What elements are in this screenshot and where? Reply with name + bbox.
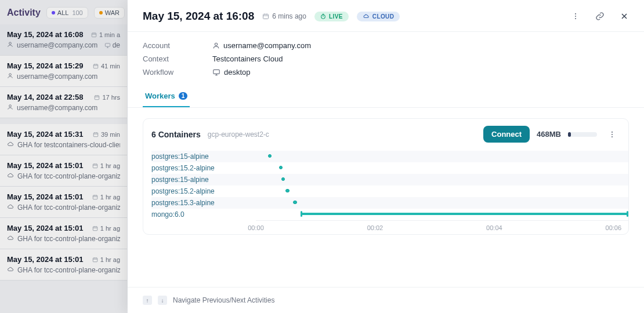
- activity-date: May 15, 2024 at 15:01: [7, 161, 84, 170]
- memory-bar: [568, 132, 597, 137]
- footer-hint: Navigate Previous/Next Activities: [173, 296, 274, 304]
- axis-tick: 00:04: [486, 224, 502, 231]
- containers-title: 6 Containers: [151, 130, 201, 139]
- activity-date: May 15, 2024 at 15:01: [7, 255, 84, 264]
- container-name: postgres:15-alpine: [151, 176, 256, 184]
- svg-point-4: [9, 74, 12, 76]
- region-label: gcp-europe-west2-c: [208, 130, 269, 139]
- card-more-button[interactable]: [604, 126, 620, 143]
- axis-tick: 00:06: [606, 224, 622, 231]
- account-value: username@company.com: [223, 41, 311, 50]
- memory-value: 468MB: [537, 130, 561, 139]
- more-menu-button[interactable]: [567, 8, 584, 24]
- svg-rect-9: [93, 195, 97, 199]
- svg-rect-0: [92, 33, 96, 37]
- account-label: Account: [143, 41, 212, 50]
- desktop-icon: [212, 68, 220, 77]
- container-name: postgres:15.3-alpine: [151, 199, 256, 207]
- filter-warn-chip[interactable]: WAR: [94, 7, 125, 19]
- activity-list-item[interactable]: May 15, 2024 at 15:011 hr agGHA for tcc-…: [0, 249, 127, 281]
- activity-who: GHA for tcc-control-plane-organiza: [17, 266, 120, 274]
- svg-point-21: [612, 136, 613, 137]
- activity-who-icon: [7, 235, 14, 243]
- activity-list-item[interactable]: May 15, 2024 at 15:2941 minusername@comp…: [0, 56, 127, 87]
- filter-warn-dot: [99, 11, 103, 14]
- activity-who: GHA for tcc-control-plane-organiza: [17, 203, 120, 212]
- tab-workers-label: Workers: [145, 92, 175, 100]
- activity-list-item[interactable]: May 14, 2024 at 22:5817 hrsusername@comp…: [0, 87, 127, 118]
- copy-link-button[interactable]: [592, 8, 608, 24]
- activity-list-item[interactable]: May 15, 2024 at 15:011 hr agGHA for tcc-…: [0, 155, 127, 187]
- activity-list-item[interactable]: May 15, 2024 at 15:3139 minGHA for testc…: [0, 124, 127, 155]
- context-value: Testcontainers Cloud: [212, 54, 283, 63]
- filter-warn-label: WAR: [105, 9, 120, 16]
- container-row: postgres:15.3-alpine: [151, 197, 628, 209]
- detail-footer: ↑ ↓ Navigate Previous/Next Activities: [128, 287, 644, 313]
- activity-who-icon: [7, 72, 13, 81]
- svg-point-15: [575, 16, 576, 17]
- activity-sidebar: Activity ALL 100 WAR May 15, 2024 at 16:…: [0, 0, 128, 313]
- activity-who: GHA for tcc-control-plane-organiza: [17, 235, 120, 243]
- svg-rect-11: [93, 258, 97, 262]
- svg-rect-18: [214, 70, 220, 74]
- activity-who-icon: [7, 172, 14, 180]
- container-name: postgres:15.2-alpine: [151, 187, 256, 195]
- user-icon: [212, 42, 220, 49]
- activity-list-item[interactable]: May 15, 2024 at 16:081 min ausername@com…: [0, 24, 127, 56]
- svg-rect-12: [263, 14, 269, 19]
- container-bar-track: [256, 185, 628, 197]
- dots-vertical-icon: [571, 12, 580, 20]
- activity-who-icon: [7, 41, 13, 49]
- activity-ago: 1 hr ag: [92, 194, 120, 201]
- activity-date: May 15, 2024 at 16:08: [7, 30, 84, 39]
- activity-detail-panel: May 15, 2024 at 16:08 6 mins ago LIVE CL…: [128, 0, 644, 313]
- container-bar: [281, 177, 285, 181]
- container-bar: [285, 189, 289, 192]
- activity-list-item[interactable]: May 15, 2024 at 15:011 hr agGHA for tcc-…: [0, 187, 127, 218]
- container-bar-track: [256, 209, 628, 220]
- container-row: postgres:15.2-alpine: [151, 185, 628, 197]
- container-bar-track: [256, 174, 628, 185]
- filter-all-label: ALL: [57, 9, 69, 16]
- worker-card: 6 Containers gcp-europe-west2-c Connect …: [143, 118, 629, 235]
- tab-workers[interactable]: Workers 1: [143, 87, 190, 107]
- meta-section: Account username@company.com Context Tes…: [128, 32, 644, 83]
- activity-who: username@company.com: [17, 72, 97, 81]
- container-bar: [293, 201, 296, 204]
- activity-list: May 15, 2024 at 16:081 min ausername@com…: [0, 24, 127, 281]
- container-row: postgres:15-alpine: [151, 174, 628, 185]
- filter-all-chip[interactable]: ALL 100: [46, 7, 88, 19]
- connect-button[interactable]: Connect: [483, 126, 530, 143]
- svg-rect-8: [93, 164, 97, 168]
- activity-list-item[interactable]: May 15, 2024 at 15:011 hr agGHA for tcc-…: [0, 218, 127, 249]
- activity-date: May 14, 2024 at 22:58: [7, 93, 84, 101]
- container-row: postgres:15-alpine: [151, 151, 628, 162]
- tabs: Workers 1: [128, 83, 644, 108]
- activity-date: May 15, 2024 at 15:01: [7, 192, 84, 201]
- container-bar-track: [256, 197, 628, 209]
- detail-title: May 15, 2024 at 16:08: [143, 10, 254, 23]
- svg-point-16: [575, 18, 576, 19]
- detail-header: May 15, 2024 at 16:08 6 mins ago LIVE CL…: [128, 0, 644, 31]
- container-bar: [268, 154, 272, 158]
- context-label: Context: [143, 54, 212, 63]
- live-badge: LIVE: [314, 12, 349, 21]
- activity-ago: 1 min a: [91, 31, 120, 38]
- container-name: postgres:15.2-alpine: [151, 164, 256, 172]
- dots-vertical-icon: [608, 130, 616, 139]
- svg-point-14: [575, 13, 576, 14]
- timeline-axis: 00:0000:0200:0400:06: [256, 220, 628, 234]
- close-button[interactable]: [616, 8, 632, 24]
- close-icon: [620, 12, 629, 21]
- cloud-icon: [363, 13, 370, 19]
- activity-who-icon: [7, 203, 14, 212]
- svg-rect-5: [95, 96, 100, 100]
- activity-ago: 17 hrs: [94, 94, 120, 101]
- activity-title: Activity: [7, 8, 41, 18]
- activity-ago: 41 min: [93, 63, 120, 70]
- activity-ago: 39 min: [93, 131, 120, 138]
- svg-point-20: [612, 133, 613, 134]
- filter-all-dot: [52, 11, 55, 14]
- detail-ago: 6 mins ago: [262, 12, 306, 20]
- activity-who-icon: [7, 104, 13, 112]
